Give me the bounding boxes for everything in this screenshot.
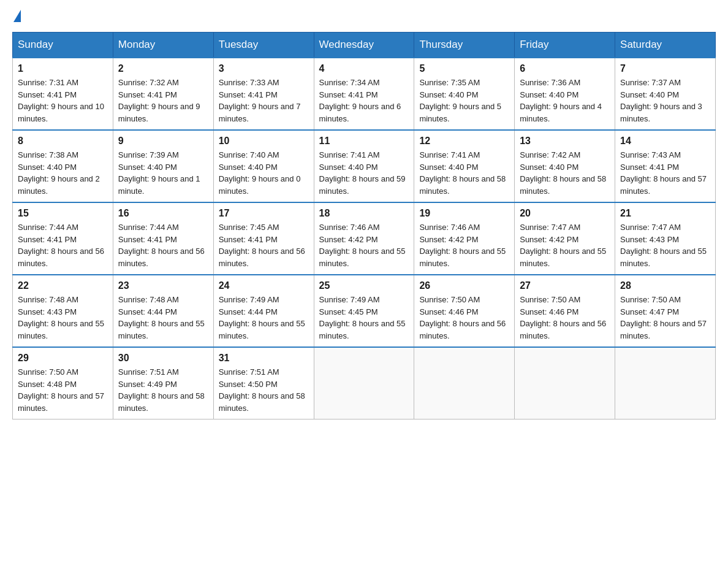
day-number: 8 (18, 136, 108, 147)
day-number: 26 (419, 280, 509, 291)
day-number: 25 (319, 280, 409, 291)
day-info: Sunrise: 7:47 AM Sunset: 4:43 PM Dayligh… (620, 221, 710, 269)
day-info: Sunrise: 7:33 AM Sunset: 4:41 PM Dayligh… (219, 77, 309, 124)
day-info: Sunrise: 7:37 AM Sunset: 4:40 PM Dayligh… (620, 77, 710, 124)
day-info: Sunrise: 7:41 AM Sunset: 4:40 PM Dayligh… (419, 149, 509, 197)
logo-triangle-icon (13, 10, 21, 22)
day-number: 24 (219, 280, 309, 291)
calendar-day-cell: 20 Sunrise: 7:47 AM Sunset: 4:42 PM Dayl… (515, 202, 615, 275)
calendar-week-row: 22 Sunrise: 7:48 AM Sunset: 4:43 PM Dayl… (13, 275, 716, 347)
logo (12, 12, 21, 20)
day-info: Sunrise: 7:46 AM Sunset: 4:42 PM Dayligh… (419, 221, 509, 269)
calendar-day-cell: 10 Sunrise: 7:40 AM Sunset: 4:40 PM Dayl… (213, 130, 314, 202)
day-number: 15 (18, 208, 108, 219)
day-info: Sunrise: 7:36 AM Sunset: 4:40 PM Dayligh… (520, 77, 610, 124)
calendar-day-cell: 6 Sunrise: 7:36 AM Sunset: 4:40 PM Dayli… (515, 58, 615, 130)
calendar-day-cell: 2 Sunrise: 7:32 AM Sunset: 4:41 PM Dayli… (113, 58, 213, 130)
calendar-day-cell: 22 Sunrise: 7:48 AM Sunset: 4:43 PM Dayl… (13, 275, 113, 347)
day-number: 18 (319, 208, 409, 219)
day-number: 21 (620, 208, 710, 219)
calendar-day-cell: 18 Sunrise: 7:46 AM Sunset: 4:42 PM Dayl… (314, 202, 414, 275)
day-info: Sunrise: 7:51 AM Sunset: 4:50 PM Dayligh… (219, 366, 309, 414)
day-number: 11 (319, 136, 409, 147)
calendar-day-cell: 16 Sunrise: 7:44 AM Sunset: 4:41 PM Dayl… (113, 202, 213, 275)
calendar-day-cell: 28 Sunrise: 7:50 AM Sunset: 4:47 PM Dayl… (615, 275, 716, 347)
calendar-day-cell: 15 Sunrise: 7:44 AM Sunset: 4:41 PM Dayl… (13, 202, 113, 275)
day-info: Sunrise: 7:31 AM Sunset: 4:41 PM Dayligh… (18, 77, 108, 124)
day-number: 10 (219, 136, 309, 147)
calendar-week-row: 1 Sunrise: 7:31 AM Sunset: 4:41 PM Dayli… (13, 58, 716, 130)
calendar-day-cell: 24 Sunrise: 7:49 AM Sunset: 4:44 PM Dayl… (213, 275, 314, 347)
day-info: Sunrise: 7:50 AM Sunset: 4:46 PM Dayligh… (520, 294, 610, 342)
day-number: 9 (118, 136, 208, 147)
day-number: 3 (219, 63, 309, 74)
day-info: Sunrise: 7:50 AM Sunset: 4:48 PM Dayligh… (18, 366, 108, 414)
day-header-saturday: Saturday (615, 33, 716, 58)
day-info: Sunrise: 7:43 AM Sunset: 4:41 PM Dayligh… (620, 149, 710, 197)
day-header-tuesday: Tuesday (213, 33, 314, 58)
day-header-thursday: Thursday (414, 33, 515, 58)
day-info: Sunrise: 7:46 AM Sunset: 4:42 PM Dayligh… (319, 221, 409, 269)
calendar-week-row: 8 Sunrise: 7:38 AM Sunset: 4:40 PM Dayli… (13, 130, 716, 202)
calendar-day-cell: 26 Sunrise: 7:50 AM Sunset: 4:46 PM Dayl… (414, 275, 515, 347)
page-header (12, 12, 716, 20)
day-number: 6 (520, 63, 610, 74)
day-info: Sunrise: 7:44 AM Sunset: 4:41 PM Dayligh… (118, 221, 208, 269)
day-number: 14 (620, 136, 710, 147)
day-number: 12 (419, 136, 509, 147)
day-number: 22 (18, 280, 108, 291)
day-header-monday: Monday (113, 33, 213, 58)
day-info: Sunrise: 7:50 AM Sunset: 4:46 PM Dayligh… (419, 294, 509, 342)
calendar-day-cell: 4 Sunrise: 7:34 AM Sunset: 4:41 PM Dayli… (314, 58, 414, 130)
calendar-day-cell: 8 Sunrise: 7:38 AM Sunset: 4:40 PM Dayli… (13, 130, 113, 202)
day-info: Sunrise: 7:44 AM Sunset: 4:41 PM Dayligh… (18, 221, 108, 269)
day-number: 16 (118, 208, 208, 219)
day-number: 5 (419, 63, 509, 74)
calendar-day-cell: 3 Sunrise: 7:33 AM Sunset: 4:41 PM Dayli… (213, 58, 314, 130)
day-info: Sunrise: 7:45 AM Sunset: 4:41 PM Dayligh… (219, 221, 309, 269)
day-number: 28 (620, 280, 710, 291)
day-header-friday: Friday (515, 33, 615, 58)
calendar-week-row: 15 Sunrise: 7:44 AM Sunset: 4:41 PM Dayl… (13, 202, 716, 275)
calendar-day-cell: 7 Sunrise: 7:37 AM Sunset: 4:40 PM Dayli… (615, 58, 716, 130)
day-number: 13 (520, 136, 610, 147)
calendar-week-row: 29 Sunrise: 7:50 AM Sunset: 4:48 PM Dayl… (13, 347, 716, 419)
day-info: Sunrise: 7:49 AM Sunset: 4:45 PM Dayligh… (319, 294, 409, 342)
calendar-day-cell (615, 347, 716, 419)
calendar-day-cell: 27 Sunrise: 7:50 AM Sunset: 4:46 PM Dayl… (515, 275, 615, 347)
calendar-day-cell: 5 Sunrise: 7:35 AM Sunset: 4:40 PM Dayli… (414, 58, 515, 130)
day-number: 2 (118, 63, 208, 74)
calendar-day-cell: 9 Sunrise: 7:39 AM Sunset: 4:40 PM Dayli… (113, 130, 213, 202)
calendar-day-cell: 23 Sunrise: 7:48 AM Sunset: 4:44 PM Dayl… (113, 275, 213, 347)
calendar-day-cell: 21 Sunrise: 7:47 AM Sunset: 4:43 PM Dayl… (615, 202, 716, 275)
calendar-day-cell: 1 Sunrise: 7:31 AM Sunset: 4:41 PM Dayli… (13, 58, 113, 130)
day-number: 27 (520, 280, 610, 291)
day-number: 29 (18, 353, 108, 364)
day-info: Sunrise: 7:39 AM Sunset: 4:40 PM Dayligh… (118, 149, 208, 197)
calendar-day-cell: 19 Sunrise: 7:46 AM Sunset: 4:42 PM Dayl… (414, 202, 515, 275)
day-number: 23 (118, 280, 208, 291)
calendar-table: SundayMondayTuesdayWednesdayThursdayFrid… (12, 32, 716, 419)
day-number: 1 (18, 63, 108, 74)
day-info: Sunrise: 7:51 AM Sunset: 4:49 PM Dayligh… (118, 366, 208, 414)
calendar-day-cell: 31 Sunrise: 7:51 AM Sunset: 4:50 PM Dayl… (213, 347, 314, 419)
calendar-day-cell: 12 Sunrise: 7:41 AM Sunset: 4:40 PM Dayl… (414, 130, 515, 202)
day-number: 7 (620, 63, 710, 74)
calendar-day-cell (314, 347, 414, 419)
calendar-day-cell: 13 Sunrise: 7:42 AM Sunset: 4:40 PM Dayl… (515, 130, 615, 202)
day-info: Sunrise: 7:49 AM Sunset: 4:44 PM Dayligh… (219, 294, 309, 342)
day-info: Sunrise: 7:48 AM Sunset: 4:43 PM Dayligh… (18, 294, 108, 342)
day-info: Sunrise: 7:32 AM Sunset: 4:41 PM Dayligh… (118, 77, 208, 124)
day-info: Sunrise: 7:38 AM Sunset: 4:40 PM Dayligh… (18, 149, 108, 197)
day-info: Sunrise: 7:35 AM Sunset: 4:40 PM Dayligh… (419, 77, 509, 124)
day-number: 30 (118, 353, 208, 364)
day-header-wednesday: Wednesday (314, 33, 414, 58)
calendar-day-cell: 17 Sunrise: 7:45 AM Sunset: 4:41 PM Dayl… (213, 202, 314, 275)
day-info: Sunrise: 7:40 AM Sunset: 4:40 PM Dayligh… (219, 149, 309, 197)
day-header-sunday: Sunday (13, 33, 113, 58)
day-number: 17 (219, 208, 309, 219)
day-info: Sunrise: 7:41 AM Sunset: 4:40 PM Dayligh… (319, 149, 409, 197)
calendar-day-cell: 30 Sunrise: 7:51 AM Sunset: 4:49 PM Dayl… (113, 347, 213, 419)
calendar-day-cell: 14 Sunrise: 7:43 AM Sunset: 4:41 PM Dayl… (615, 130, 716, 202)
day-number: 31 (219, 353, 309, 364)
